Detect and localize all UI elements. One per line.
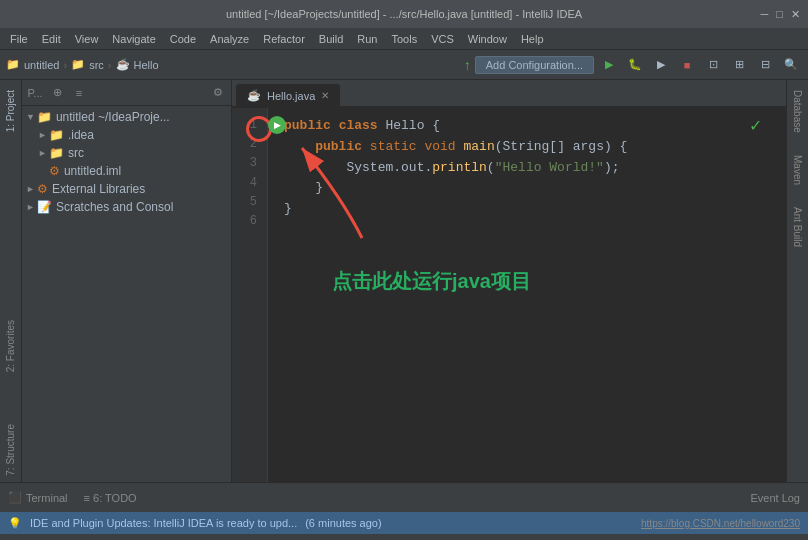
menu-analyze[interactable]: Analyze — [204, 31, 255, 47]
structure-tab[interactable]: 7: Structure — [3, 418, 18, 482]
editor-checkmark: ✓ — [749, 116, 762, 135]
restore-button[interactable]: □ — [776, 8, 783, 20]
project-toolbar-layout[interactable]: P... — [26, 84, 44, 102]
menu-refactor[interactable]: Refactor — [257, 31, 311, 47]
event-log-label: Event Log — [750, 492, 800, 504]
breadcrumb-class[interactable]: Hello — [134, 59, 159, 71]
debug-button[interactable]: 🐛 — [624, 54, 646, 76]
project-toolbar: P... ⊕ ≡ ⚙ — [22, 80, 231, 106]
add-configuration-button[interactable]: Add Configuration... — [475, 56, 594, 74]
tree-label-untitled: untitled ~/IdeaProje... — [56, 110, 170, 124]
window-controls: ─ □ ✕ — [761, 8, 800, 21]
menu-view[interactable]: View — [69, 31, 105, 47]
favorites-tab[interactable]: 2: Favorites — [3, 314, 18, 378]
line-numbers: 1 2 3 4 5 6 — [232, 108, 268, 482]
tree-item-src[interactable]: ► 📁 src — [22, 144, 231, 162]
code-line-6 — [284, 220, 778, 241]
todo-label: ≡ 6: TODO — [84, 492, 137, 504]
code-content[interactable]: public class Hello { public static void … — [268, 108, 786, 482]
tab-close-button[interactable]: ✕ — [321, 90, 329, 101]
status-link[interactable]: https://blog.CSDN.net/helloword230 — [641, 518, 800, 529]
database-tab[interactable]: Database — [790, 84, 805, 139]
breadcrumb-src-icon: 📁 — [71, 58, 85, 71]
status-time: (6 minutes ago) — [305, 517, 381, 529]
tree-label-idea: .idea — [68, 128, 94, 142]
line-num-4: 4 — [232, 174, 263, 193]
code-line-1: public class Hello { — [284, 116, 778, 137]
run-with-coverage-button[interactable]: ▶‍ — [650, 54, 672, 76]
search-everywhere-button[interactable]: 🔍 — [780, 54, 802, 76]
project-toolbar-add[interactable]: ⊕ — [48, 84, 66, 102]
stop-button[interactable]: ■ — [676, 54, 698, 76]
tab-hello-java-label: Hello.java — [267, 90, 315, 102]
menu-code[interactable]: Code — [164, 31, 202, 47]
folder-icon-src: 📁 — [49, 146, 64, 160]
project-panel: P... ⊕ ≡ ⚙ ▼ 📁 untitled ~/IdeaProje... ►… — [22, 80, 232, 482]
minimize-button[interactable]: ─ — [761, 8, 769, 20]
toolbar-more1[interactable]: ⊡ — [702, 54, 724, 76]
ant-build-tab[interactable]: Ant Build — [790, 201, 805, 253]
line-num-5: 5 — [232, 193, 263, 212]
title-bar: untitled [~/IdeaProjects/untitled] - ...… — [0, 0, 808, 28]
event-log-tab[interactable]: Event Log — [750, 492, 800, 504]
editor-tabs: ☕ Hello.java ✕ — [232, 80, 786, 108]
menu-run[interactable]: Run — [351, 31, 383, 47]
tree-arrow-ext-libs: ► — [26, 184, 35, 194]
code-editor[interactable]: 1 2 3 4 5 6 public class Hello { public … — [232, 108, 786, 482]
tab-java-icon: ☕ — [247, 89, 261, 102]
menu-bar: File Edit View Navigate Code Analyze Ref… — [0, 28, 808, 50]
terminal-label: Terminal — [26, 492, 68, 504]
tree-item-iml[interactable]: ► ⚙ untitled.iml — [22, 162, 231, 180]
editor-area: ☕ Hello.java ✕ 1 2 3 4 5 6 public class … — [232, 80, 786, 482]
code-line-4: } — [284, 178, 778, 199]
tree-arrow-idea: ► — [38, 130, 47, 140]
menu-navigate[interactable]: Navigate — [106, 31, 161, 47]
lib-icon: ⚙ — [37, 182, 48, 196]
code-line-3: System.out.println("Hello World!"); — [284, 158, 778, 179]
menu-vcs[interactable]: VCS — [425, 31, 460, 47]
window-title: untitled [~/IdeaProjects/untitled] - ...… — [226, 8, 582, 20]
status-bar: 💡 IDE and Plugin Updates: IntelliJ IDEA … — [0, 512, 808, 534]
toolbar: 📁 untitled › 📁 src › ☕ Hello ↑ Add Confi… — [0, 50, 808, 80]
menu-edit[interactable]: Edit — [36, 31, 67, 47]
right-panel-tabs: Database Maven Ant Build — [786, 80, 808, 482]
tree-arrow-untitled: ▼ — [26, 112, 35, 122]
tree-item-idea[interactable]: ► 📁 .idea — [22, 126, 231, 144]
tab-hello-java[interactable]: ☕ Hello.java ✕ — [236, 84, 340, 106]
run-button[interactable]: ▶ — [598, 54, 620, 76]
menu-window[interactable]: Window — [462, 31, 513, 47]
terminal-tab[interactable]: ⬛ Terminal — [8, 491, 68, 504]
code-line-5: } — [284, 199, 778, 220]
left-panel-tabs: 1: Project 2: Favorites 7: Structure — [0, 80, 22, 482]
menu-file[interactable]: File — [4, 31, 34, 47]
line-num-2: 2 — [232, 135, 263, 154]
project-panel-tab[interactable]: 1: Project — [3, 84, 18, 138]
scratch-icon: 📝 — [37, 200, 52, 214]
line-num-3: 3 — [232, 154, 263, 173]
tree-label-ext-libs: External Libraries — [52, 182, 145, 196]
bottom-bar: ⬛ Terminal ≡ 6: TODO Event Log — [0, 482, 808, 512]
maven-tab[interactable]: Maven — [790, 149, 805, 191]
breadcrumb-src[interactable]: src — [89, 59, 104, 71]
status-message: IDE and Plugin Updates: IntelliJ IDEA is… — [30, 517, 297, 529]
tree-item-scratches[interactable]: ► 📝 Scratches and Consol — [22, 198, 231, 216]
arrow-icon: ↑ — [464, 57, 471, 73]
menu-build[interactable]: Build — [313, 31, 349, 47]
project-toolbar-settings[interactable]: ⚙ — [209, 84, 227, 102]
code-line-2: public static void main(String[] args) { — [284, 137, 778, 158]
toolbar-more2[interactable]: ⊞ — [728, 54, 750, 76]
tree-item-untitled[interactable]: ▼ 📁 untitled ~/IdeaProje... — [22, 108, 231, 126]
breadcrumb-project[interactable]: untitled — [24, 59, 59, 71]
tree-item-ext-libs[interactable]: ► ⚙ External Libraries — [22, 180, 231, 198]
project-toolbar-options[interactable]: ≡ — [70, 84, 88, 102]
line-num-6: 6 — [232, 212, 263, 231]
menu-help[interactable]: Help — [515, 31, 550, 47]
breadcrumb-class-icon: ☕ — [116, 58, 130, 71]
close-button[interactable]: ✕ — [791, 8, 800, 21]
breadcrumb-project-icon: 📁 — [6, 58, 20, 71]
toolbar-more3[interactable]: ⊟ — [754, 54, 776, 76]
menu-tools[interactable]: Tools — [385, 31, 423, 47]
gutter-run-button[interactable] — [268, 116, 286, 134]
todo-tab[interactable]: ≡ 6: TODO — [84, 492, 137, 504]
terminal-icon: ⬛ — [8, 491, 22, 504]
